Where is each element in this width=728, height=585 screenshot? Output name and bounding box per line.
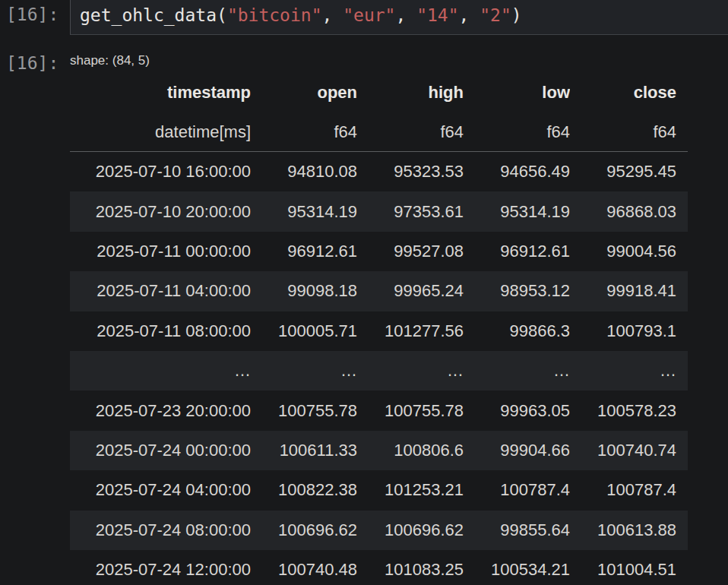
table-cell: 2025-07-10 16:00:00 (70, 162, 251, 182)
table-cell: … (251, 361, 357, 381)
table-cell: 100787.4 (570, 480, 676, 500)
table-cell: 99918.41 (570, 281, 676, 301)
column-header-high: high (357, 83, 464, 103)
table-cell: 2025-07-24 12:00:00 (70, 560, 251, 580)
table-header-row: timestamp open high low close (70, 73, 688, 112)
ohlc-dataframe: timestamp open high low close datetime[m… (70, 73, 688, 585)
code-token: get_ohlc_data( (80, 5, 227, 25)
table-cell: 100696.62 (251, 520, 357, 540)
table-cell: 100005.71 (251, 321, 357, 341)
code-string-token: "2" (480, 5, 511, 25)
table-cell: 100787.4 (464, 480, 570, 500)
table-cell: 2025-07-24 00:00:00 (70, 441, 251, 460)
code-token: , (459, 5, 480, 25)
table-row: 2025-07-24 08:00:00100696.62100696.62998… (70, 511, 688, 550)
table-row: 2025-07-23 20:00:00100755.78100755.78999… (70, 391, 688, 430)
code-line[interactable]: get_ohlc_data("bitcoin", "eur", "14", "2… (80, 5, 728, 26)
dataframe-rows: 2025-07-10 16:00:0094810.0895323.5394656… (70, 152, 688, 585)
column-header-close: close (570, 83, 676, 103)
column-dtype-close: f64 (570, 122, 676, 142)
table-cell: 96912.61 (251, 242, 357, 261)
table-cell: 100755.78 (251, 401, 357, 421)
table-ellipsis-row: …………… (70, 351, 688, 391)
output-content: shape: (84, 5) timestamp open high low c… (70, 52, 728, 585)
table-row: 2025-07-24 00:00:00100611.33100806.69990… (70, 431, 688, 470)
table-cell: 96868.03 (570, 202, 676, 222)
table-cell: 96912.61 (464, 242, 570, 261)
shape-text: shape: (84, 5) (70, 52, 728, 68)
table-cell: 99866.3 (464, 321, 570, 341)
table-row: 2025-07-11 04:00:0099098.1899965.2498953… (70, 271, 688, 311)
input-prompt: [16]: (0, 0, 70, 35)
code-string-token: "14" (416, 5, 458, 25)
table-cell: 98953.12 (464, 281, 570, 301)
column-dtype-low: f64 (464, 122, 570, 142)
table-cell: 99098.18 (251, 281, 357, 301)
output-cell: [16]: shape: (84, 5) timestamp open high… (0, 52, 728, 585)
notebook-page: [16]: get_ohlc_data("bitcoin", "eur", "1… (0, 0, 728, 585)
table-row: 2025-07-10 20:00:0095314.1997353.6195314… (70, 191, 688, 231)
table-cell: 101277.56 (357, 321, 464, 341)
column-dtype-timestamp: datetime[ms] (70, 122, 251, 142)
table-cell: 100578.23 (570, 401, 676, 421)
column-header-open: open (251, 83, 357, 103)
table-cell: 2025-07-11 04:00:00 (70, 281, 251, 301)
table-row: 2025-07-11 08:00:00100005.71101277.56998… (70, 311, 688, 351)
table-cell: 101004.51 (570, 560, 676, 580)
table-cell: … (357, 361, 464, 381)
column-dtype-high: f64 (357, 122, 464, 142)
table-cell: 100755.78 (357, 401, 464, 421)
table-cell: 2025-07-11 00:00:00 (70, 242, 251, 261)
code-cell: [16]: get_ohlc_data("bitcoin", "eur", "1… (0, 0, 728, 35)
table-row: 2025-07-10 16:00:0094810.0895323.5394656… (70, 152, 688, 191)
table-cell: 99965.24 (357, 281, 464, 301)
table-cell: 100696.62 (357, 520, 464, 540)
code-editor[interactable]: get_ohlc_data("bitcoin", "eur", "14", "2… (70, 0, 728, 35)
table-cell: … (70, 361, 251, 381)
table-cell: 101253.21 (357, 480, 464, 500)
table-cell: 97353.61 (357, 202, 464, 222)
table-cell: 100822.38 (251, 480, 357, 500)
table-cell: 95314.19 (464, 202, 570, 222)
table-cell: 95295.45 (570, 162, 676, 182)
table-cell: 100793.1 (570, 321, 676, 341)
column-header-timestamp: timestamp (70, 83, 251, 103)
table-cell: 100740.74 (570, 441, 676, 460)
table-cell: 99527.08 (357, 242, 464, 261)
column-header-low: low (464, 83, 570, 103)
table-cell: 94656.49 (464, 162, 570, 182)
table-cell: 2025-07-10 20:00:00 (70, 202, 251, 222)
table-cell: 95323.53 (357, 162, 464, 182)
table-cell: 101083.25 (357, 560, 464, 580)
table-row: 2025-07-24 04:00:00100822.38101253.21100… (70, 470, 688, 510)
output-prompt: [16]: (0, 52, 70, 585)
code-token: , (322, 5, 343, 25)
table-cell: 2025-07-24 04:00:00 (70, 480, 251, 500)
code-token: ) (511, 5, 522, 25)
table-cell: 100613.88 (570, 520, 676, 540)
table-row: 2025-07-11 00:00:0096912.6199527.0896912… (70, 232, 688, 271)
table-cell: 100611.33 (251, 441, 357, 460)
code-string-token: "bitcoin" (227, 5, 322, 25)
table-cell: 2025-07-11 08:00:00 (70, 321, 251, 341)
table-cell: 2025-07-23 20:00:00 (70, 401, 251, 421)
table-cell: 99004.56 (570, 242, 676, 261)
column-dtype-open: f64 (251, 122, 357, 142)
table-cell: 100534.21 (464, 560, 570, 580)
table-cell: … (464, 361, 570, 381)
code-string-token: "eur" (343, 5, 395, 25)
table-cell: … (570, 361, 676, 381)
table-cell: 94810.08 (251, 162, 357, 182)
table-cell: 99855.64 (464, 520, 570, 540)
table-cell: 95314.19 (251, 202, 357, 222)
table-cell: 99904.66 (464, 441, 570, 460)
table-cell: 100740.48 (251, 560, 357, 580)
code-token: , (395, 5, 416, 25)
table-row: 2025-07-24 12:00:00100740.48101083.25100… (70, 550, 688, 585)
table-cell: 99963.05 (464, 401, 570, 421)
table-cell: 2025-07-24 08:00:00 (70, 520, 251, 540)
table-dtype-row: datetime[ms] f64 f64 f64 f64 (70, 112, 688, 152)
table-cell: 100806.6 (357, 441, 464, 460)
